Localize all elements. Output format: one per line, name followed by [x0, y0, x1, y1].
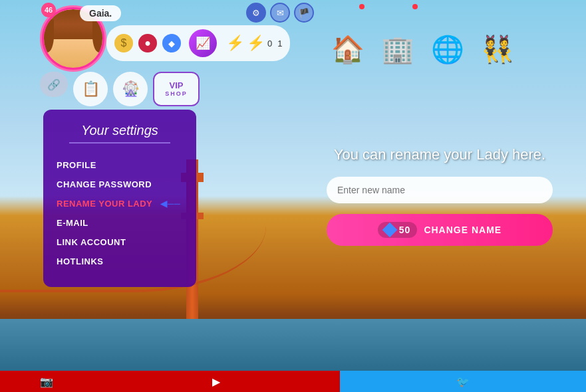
change-name-label: CHANGE NAME [424, 225, 502, 235]
twitter-icon: 🐦 [456, 375, 470, 388]
menu-item-link-account[interactable]: LINK ACCOUNT [57, 233, 183, 252]
buildings-row: 🏠 🏢 🌐 👯 [326, 19, 519, 65]
globe-icon: 🌐 [426, 19, 469, 65]
username-display: Gaia. [80, 5, 121, 21]
ladies-icon: 👯 [476, 19, 519, 65]
building-ladies[interactable]: 👯 [476, 19, 519, 65]
vip-shop-button[interactable]: VIP SHOP [153, 72, 200, 106]
energy-current: 0 [267, 39, 272, 49]
language-icon-button[interactable]: 🏴 [294, 3, 314, 23]
instagram-button[interactable]: 📷 [0, 371, 93, 392]
bottom-bar: 📷 ▶ 🐦 [0, 371, 586, 392]
gold-resource[interactable]: $ [114, 34, 133, 52]
rename-title: You can rename your Lady here. [327, 146, 553, 163]
settings-icon-button[interactable]: ⚙ [246, 3, 266, 23]
diamond-icon: ◆ [162, 34, 181, 52]
top-icon-buttons: ⚙ ✉ 🏴 [246, 3, 314, 23]
vip-label-main: VIP [170, 80, 184, 91]
energy-max: 1 [277, 39, 282, 49]
gem-icon: ● [138, 34, 157, 52]
rename-panel: You can rename your Lady here. 50 CHANGE… [327, 146, 553, 246]
avatar-hair-right [92, 19, 102, 52]
office-icon: 🏢 [376, 19, 419, 65]
menu-item-change-password[interactable]: CHANGE PASSWORD [57, 175, 183, 194]
menu-item-rename-lady[interactable]: RENAME YOUR LADY ◀── [57, 194, 183, 213]
gem-resource[interactable]: ● [138, 34, 157, 52]
change-name-button[interactable]: 50 CHANGE NAME [327, 214, 553, 246]
menu-item-profile[interactable]: PROFILE [57, 155, 183, 175]
menu-item-email[interactable]: E-MAIL [57, 213, 183, 233]
instagram-icon: 📷 [40, 375, 53, 388]
diamond-resource[interactable]: ◆ [162, 34, 181, 52]
active-arrow-icon: ◀── [160, 199, 180, 209]
building-globe[interactable]: 🌐 [426, 19, 469, 65]
wheel-button[interactable]: 🎡 [113, 72, 148, 106]
new-name-input[interactable] [327, 177, 553, 203]
link-button[interactable]: 🔗 [40, 72, 68, 97]
lightning-icon-1: ⚡ [226, 35, 244, 52]
menu-item-hotlinks[interactable]: HOTLINKS [57, 252, 183, 271]
vip-label-sub: SHOP [165, 90, 188, 98]
settings-title: Your settings [57, 123, 183, 138]
level-badge: 46 [41, 3, 56, 17]
building-office[interactable]: 🏢 [376, 19, 419, 65]
house-icon: 🏠 [326, 19, 369, 65]
notification-dot-1 [359, 4, 365, 9]
water-background [0, 319, 586, 372]
gem-cost-value: 50 [399, 225, 411, 235]
gold-icon: $ [114, 34, 133, 52]
lightning-icon-2: ⚡ [247, 35, 265, 52]
mail-icon-button[interactable]: ✉ [270, 3, 290, 23]
gem-cost-display: 50 [378, 222, 418, 238]
trend-button[interactable]: 📈 [189, 29, 217, 57]
youtube-icon: ▶ [212, 375, 220, 388]
gem-diamond-icon [382, 223, 397, 238]
settings-panel: Your settings PROFILE CHANGE PASSWORD RE… [43, 110, 196, 287]
notification-dot-2 [412, 4, 418, 9]
top-navigation: 46 Gaia. ⚙ ✉ 🏴 $ ● ◆ 📈 [0, 0, 586, 103]
second-row-buttons: 🔗 📋 🎡 VIP SHOP [40, 72, 200, 106]
checklist-button[interactable]: 📋 [73, 72, 108, 106]
twitter-button[interactable]: 🐦 [340, 371, 587, 392]
energy-display: ⚡ ⚡ 0 1 [226, 35, 282, 52]
youtube-button[interactable]: ▶ [93, 371, 340, 392]
building-house[interactable]: 🏠 [326, 19, 369, 65]
settings-divider [69, 142, 170, 144]
resource-bar: $ ● ◆ 📈 ⚡ ⚡ 0 1 [106, 25, 290, 61]
avatar-hair-left [44, 19, 54, 52]
